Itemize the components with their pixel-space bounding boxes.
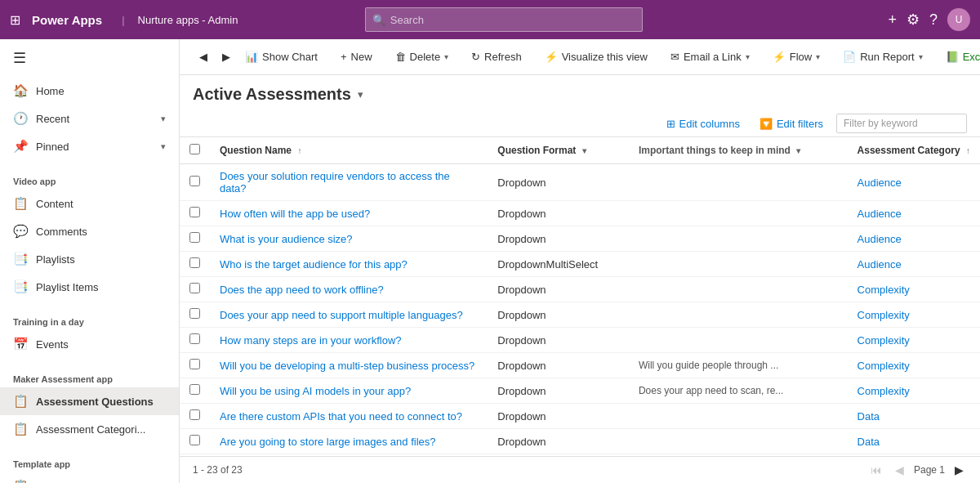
- flow-button[interactable]: ⚡ Flow ▾: [766, 46, 826, 68]
- sidebar-item-home[interactable]: 🏠 Home: [0, 77, 179, 105]
- col-header-question-format[interactable]: Question Format ▾: [488, 137, 629, 164]
- row-checkbox[interactable]: [189, 409, 200, 420]
- refresh-label: Refresh: [484, 51, 522, 63]
- sidebar-item-pinned[interactable]: 📌 Pinned ▾: [0, 132, 179, 160]
- row-checkbox[interactable]: [189, 333, 200, 344]
- email-link-button[interactable]: ✉ Email a Link ▾: [664, 46, 756, 68]
- pin-icon: 📌: [13, 139, 28, 154]
- sidebar-label-pinned: Pinned: [36, 141, 69, 153]
- playlists-icon: 📑: [13, 252, 28, 266]
- avatar[interactable]: U: [947, 8, 970, 31]
- question-link[interactable]: Who is the target audience for this app?: [220, 258, 408, 271]
- next-page-button[interactable]: ▶: [951, 462, 967, 478]
- add-button[interactable]: +: [888, 11, 897, 29]
- first-page-button[interactable]: ⏮: [867, 462, 885, 478]
- question-name-cell: Does your solution require vendors to ac…: [210, 164, 488, 201]
- sidebar-item-comments[interactable]: 💬 Comments: [0, 217, 179, 245]
- edit-filters-button[interactable]: 🔽 Edit filters: [753, 114, 830, 133]
- search-icon: 🔍: [372, 14, 385, 26]
- question-link[interactable]: Does your app need to support multiple l…: [220, 309, 463, 321]
- row-checkbox[interactable]: [189, 359, 200, 369]
- sidebar-item-assessment-questions[interactable]: 📋 Assessment Questions: [0, 387, 179, 415]
- grid-icon[interactable]: ⊞: [10, 12, 20, 28]
- view-title-chevron[interactable]: ▾: [358, 88, 363, 101]
- row-checkbox-cell[interactable]: [180, 328, 210, 353]
- row-checkbox-cell[interactable]: [180, 404, 210, 429]
- visualize-button[interactable]: ⚡ Visualize this view: [538, 46, 654, 68]
- forward-button[interactable]: ▶: [216, 46, 237, 68]
- row-checkbox-cell[interactable]: [180, 429, 210, 454]
- sidebar-item-content[interactable]: 📋 Content: [0, 190, 179, 217]
- question-link[interactable]: Are you going to store large images and …: [220, 436, 436, 448]
- edit-columns-button[interactable]: ⊞ Edit columns: [660, 114, 746, 133]
- question-link[interactable]: Will you be using AI models in your app?: [220, 385, 411, 397]
- col-header-important-things[interactable]: Important things to keep in mind ▾: [629, 137, 848, 164]
- assessment-category-cell: Complexity: [848, 302, 980, 328]
- sidebar-item-templates[interactable]: 📋 Templates: [0, 472, 179, 483]
- row-checkbox-cell[interactable]: [180, 164, 210, 201]
- question-format-cell: Dropdown: [488, 277, 629, 302]
- question-link[interactable]: Does the app need to work offline?: [220, 284, 384, 296]
- row-checkbox[interactable]: [189, 207, 200, 217]
- filter-input[interactable]: [836, 114, 967, 133]
- question-link[interactable]: Are there custom APIs that you need to c…: [220, 410, 462, 423]
- refresh-button[interactable]: ↻ Refresh: [465, 46, 528, 68]
- row-checkbox-cell[interactable]: [180, 226, 210, 252]
- row-checkbox[interactable]: [189, 176, 200, 186]
- chart-icon: 📊: [245, 51, 258, 63]
- sidebar-item-playlists[interactable]: 📑 Playlists: [0, 245, 179, 273]
- sidebar-item-recent[interactable]: 🕐 Recent ▾: [0, 105, 179, 132]
- row-checkbox-cell[interactable]: [180, 302, 210, 328]
- sidebar-item-events[interactable]: 📅 Events: [0, 330, 179, 358]
- question-name-cell: Who is the target audience for this app?: [210, 252, 488, 277]
- question-format-cell: Dropdown: [488, 404, 629, 429]
- row-checkbox-cell[interactable]: [180, 277, 210, 302]
- row-checkbox[interactable]: [189, 283, 200, 293]
- question-link[interactable]: How often will the app be used?: [220, 208, 370, 220]
- new-icon: +: [341, 51, 347, 63]
- settings-icon[interactable]: ⚙: [906, 11, 920, 29]
- question-link[interactable]: How many steps are in your workflow?: [220, 334, 402, 347]
- new-button[interactable]: + New: [334, 46, 379, 68]
- checkbox-header[interactable]: [180, 137, 210, 164]
- page-label: Page 1: [914, 464, 945, 476]
- question-link[interactable]: Does your solution require vendors to ac…: [220, 170, 450, 195]
- row-checkbox[interactable]: [189, 232, 200, 243]
- sidebar-item-assessment-categories[interactable]: 📋 Assessment Categori...: [0, 415, 179, 443]
- sidebar-label-assessment-categories: Assessment Categori...: [36, 423, 145, 436]
- search-box[interactable]: 🔍: [365, 7, 643, 32]
- important-things-cell: [629, 252, 848, 277]
- refresh-icon: ↻: [471, 51, 480, 63]
- col-header-question-name[interactable]: Question Name ↑: [210, 137, 488, 164]
- row-checkbox[interactable]: [189, 435, 200, 445]
- select-all-checkbox[interactable]: [189, 144, 200, 154]
- data-table: Question Name ↑ Question Format ▾ Import…: [180, 137, 980, 456]
- assessment-category-cell: Complexity: [848, 378, 980, 404]
- question-format-cell: Dropdown: [488, 226, 629, 252]
- show-chart-button[interactable]: 📊 Show Chart: [238, 46, 324, 68]
- help-icon[interactable]: ?: [929, 11, 938, 29]
- col-header-assessment-category[interactable]: Assessment Category ↑: [848, 137, 980, 164]
- row-checkbox-cell[interactable]: [180, 353, 210, 378]
- assessment-category-cell: Complexity: [848, 353, 980, 378]
- row-checkbox[interactable]: [189, 308, 200, 319]
- run-report-button[interactable]: 📄 Run Report ▾: [836, 46, 929, 68]
- back-button[interactable]: ◀: [193, 46, 214, 68]
- question-link[interactable]: Will you be developing a multi-step busi…: [220, 360, 474, 372]
- hamburger-icon[interactable]: ☰: [0, 39, 179, 77]
- row-checkbox-cell[interactable]: [180, 252, 210, 277]
- row-checkbox-cell[interactable]: [180, 378, 210, 404]
- row-checkbox-cell[interactable]: [180, 201, 210, 226]
- sidebar-item-playlist-items[interactable]: 📑 Playlist Items: [0, 273, 179, 301]
- row-checkbox[interactable]: [189, 384, 200, 395]
- flow-icon: ⚡: [773, 51, 786, 63]
- excel-templates-button[interactable]: 📗 Excel Templates ▾: [939, 46, 980, 68]
- question-format-cell: Dropdown: [488, 201, 629, 226]
- delete-button[interactable]: 🗑 Delete ▾: [389, 46, 456, 68]
- assessment-category-cell: Audience: [848, 226, 980, 252]
- search-input[interactable]: [390, 14, 635, 26]
- row-checkbox[interactable]: [189, 257, 200, 268]
- delete-icon: 🗑: [395, 51, 406, 63]
- prev-page-button[interactable]: ◀: [892, 462, 907, 478]
- question-link[interactable]: What is your audience size?: [220, 233, 353, 245]
